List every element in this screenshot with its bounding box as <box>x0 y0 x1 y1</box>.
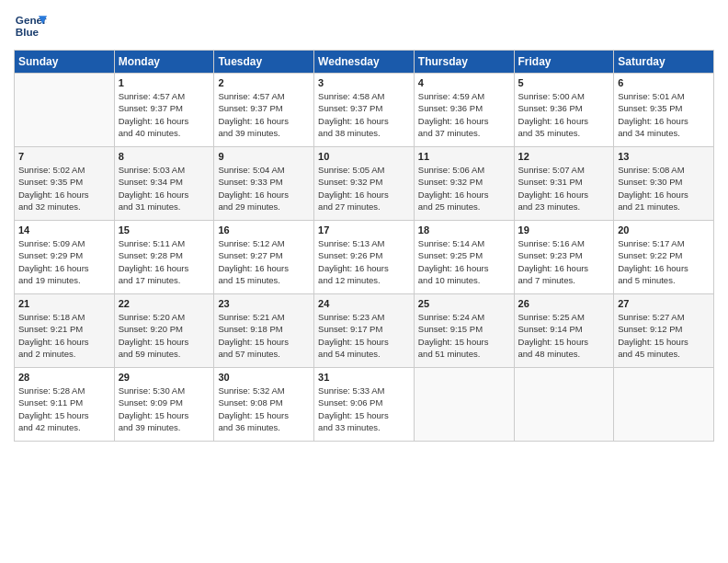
page: General Blue SundayMondayTuesdayWednesda… <box>0 0 728 563</box>
day-number: 2 <box>218 77 310 88</box>
day-cell: 20Sunrise: 5:17 AM Sunset: 9:22 PM Dayli… <box>614 221 714 294</box>
day-info: Sunrise: 5:18 AM Sunset: 9:21 PM Dayligh… <box>18 311 110 360</box>
day-info: Sunrise: 4:58 AM Sunset: 9:37 PM Dayligh… <box>318 90 410 139</box>
day-info: Sunrise: 4:57 AM Sunset: 9:37 PM Dayligh… <box>119 90 210 139</box>
day-cell: 15Sunrise: 5:11 AM Sunset: 9:28 PM Dayli… <box>114 221 214 294</box>
day-info: Sunrise: 5:25 AM Sunset: 9:14 PM Dayligh… <box>518 311 610 360</box>
svg-text:Blue: Blue <box>16 26 40 38</box>
day-number: 16 <box>218 224 310 236</box>
day-number: 31 <box>318 372 410 383</box>
day-info: Sunrise: 5:00 AM Sunset: 9:36 PM Dayligh… <box>518 90 610 139</box>
day-cell: 13Sunrise: 5:08 AM Sunset: 9:30 PM Dayli… <box>614 147 714 221</box>
day-number: 18 <box>418 224 510 236</box>
day-cell: 10Sunrise: 5:05 AM Sunset: 9:32 PM Dayli… <box>314 147 415 221</box>
logo-icon: General Blue <box>14 9 47 42</box>
col-header-tuesday: Tuesday <box>214 51 314 74</box>
day-number: 4 <box>418 77 510 88</box>
day-number: 3 <box>318 77 410 88</box>
day-number: 28 <box>18 372 110 383</box>
day-cell: 24Sunrise: 5:23 AM Sunset: 9:17 PM Dayli… <box>314 294 415 368</box>
week-row-3: 14Sunrise: 5:09 AM Sunset: 9:29 PM Dayli… <box>15 221 714 294</box>
col-header-saturday: Saturday <box>614 51 714 74</box>
day-number: 26 <box>518 298 610 309</box>
week-row-5: 28Sunrise: 5:28 AM Sunset: 9:11 PM Dayli… <box>15 368 714 442</box>
day-info: Sunrise: 5:04 AM Sunset: 9:33 PM Dayligh… <box>218 164 310 213</box>
day-cell: 5Sunrise: 5:00 AM Sunset: 9:36 PM Daylig… <box>514 74 614 147</box>
day-info: Sunrise: 5:03 AM Sunset: 9:34 PM Dayligh… <box>119 164 210 213</box>
col-header-thursday: Thursday <box>414 51 514 74</box>
day-cell: 6Sunrise: 5:01 AM Sunset: 9:35 PM Daylig… <box>614 74 714 147</box>
day-cell: 25Sunrise: 5:24 AM Sunset: 9:15 PM Dayli… <box>414 294 514 368</box>
col-header-wednesday: Wednesday <box>314 51 415 74</box>
day-number: 22 <box>119 298 210 309</box>
day-number: 13 <box>618 151 710 162</box>
day-info: Sunrise: 5:21 AM Sunset: 9:18 PM Dayligh… <box>218 311 310 360</box>
day-number: 11 <box>418 151 510 162</box>
day-info: Sunrise: 5:14 AM Sunset: 9:25 PM Dayligh… <box>418 237 510 286</box>
day-cell: 2Sunrise: 4:57 AM Sunset: 9:37 PM Daylig… <box>214 74 314 147</box>
logo: General Blue <box>14 9 47 42</box>
col-header-monday: Monday <box>114 51 214 74</box>
day-info: Sunrise: 4:59 AM Sunset: 9:36 PM Dayligh… <box>418 90 510 139</box>
col-header-friday: Friday <box>514 51 614 74</box>
day-number: 6 <box>618 77 710 88</box>
day-info: Sunrise: 5:17 AM Sunset: 9:22 PM Dayligh… <box>618 237 710 286</box>
day-cell <box>15 74 115 147</box>
day-number: 15 <box>119 224 210 236</box>
day-info: Sunrise: 5:16 AM Sunset: 9:23 PM Dayligh… <box>518 237 610 286</box>
col-header-sunday: Sunday <box>15 51 115 74</box>
day-info: Sunrise: 5:12 AM Sunset: 9:27 PM Dayligh… <box>218 237 310 286</box>
day-cell: 19Sunrise: 5:16 AM Sunset: 9:23 PM Dayli… <box>514 221 614 294</box>
day-cell: 12Sunrise: 5:07 AM Sunset: 9:31 PM Dayli… <box>514 147 614 221</box>
day-number: 21 <box>18 298 110 309</box>
day-info: Sunrise: 5:32 AM Sunset: 9:08 PM Dayligh… <box>218 385 310 433</box>
day-info: Sunrise: 5:09 AM Sunset: 9:29 PM Dayligh… <box>18 237 110 286</box>
day-number: 12 <box>518 151 610 162</box>
day-info: Sunrise: 5:28 AM Sunset: 9:11 PM Dayligh… <box>18 385 110 433</box>
day-cell: 1Sunrise: 4:57 AM Sunset: 9:37 PM Daylig… <box>114 74 214 147</box>
day-info: Sunrise: 5:02 AM Sunset: 9:35 PM Dayligh… <box>18 164 110 213</box>
day-info: Sunrise: 5:13 AM Sunset: 9:26 PM Dayligh… <box>318 237 410 286</box>
day-number: 17 <box>318 224 410 236</box>
day-cell: 9Sunrise: 5:04 AM Sunset: 9:33 PM Daylig… <box>214 147 314 221</box>
day-cell: 3Sunrise: 4:58 AM Sunset: 9:37 PM Daylig… <box>314 74 415 147</box>
day-cell <box>614 368 714 442</box>
day-number: 20 <box>618 224 710 236</box>
day-info: Sunrise: 5:05 AM Sunset: 9:32 PM Dayligh… <box>318 164 410 213</box>
day-number: 29 <box>119 372 210 383</box>
day-cell: 22Sunrise: 5:20 AM Sunset: 9:20 PM Dayli… <box>114 294 214 368</box>
day-info: Sunrise: 5:23 AM Sunset: 9:17 PM Dayligh… <box>318 311 410 360</box>
day-cell: 16Sunrise: 5:12 AM Sunset: 9:27 PM Dayli… <box>214 221 314 294</box>
day-cell: 28Sunrise: 5:28 AM Sunset: 9:11 PM Dayli… <box>15 368 115 442</box>
day-info: Sunrise: 5:08 AM Sunset: 9:30 PM Dayligh… <box>618 164 710 213</box>
day-info: Sunrise: 5:20 AM Sunset: 9:20 PM Dayligh… <box>119 311 210 360</box>
day-number: 7 <box>18 151 110 162</box>
day-number: 25 <box>418 298 510 309</box>
day-number: 14 <box>18 224 110 236</box>
day-number: 27 <box>618 298 710 309</box>
calendar-table: SundayMondayTuesdayWednesdayThursdayFrid… <box>14 50 714 442</box>
day-info: Sunrise: 5:24 AM Sunset: 9:15 PM Dayligh… <box>418 311 510 360</box>
day-cell: 21Sunrise: 5:18 AM Sunset: 9:21 PM Dayli… <box>15 294 115 368</box>
day-info: Sunrise: 5:11 AM Sunset: 9:28 PM Dayligh… <box>119 237 210 286</box>
day-cell: 17Sunrise: 5:13 AM Sunset: 9:26 PM Dayli… <box>314 221 415 294</box>
header-row: SundayMondayTuesdayWednesdayThursdayFrid… <box>15 51 714 74</box>
day-cell: 23Sunrise: 5:21 AM Sunset: 9:18 PM Dayli… <box>214 294 314 368</box>
day-info: Sunrise: 4:57 AM Sunset: 9:37 PM Dayligh… <box>218 90 310 139</box>
day-cell <box>514 368 614 442</box>
day-number: 23 <box>218 298 310 309</box>
day-cell: 18Sunrise: 5:14 AM Sunset: 9:25 PM Dayli… <box>414 221 514 294</box>
day-cell: 11Sunrise: 5:06 AM Sunset: 9:32 PM Dayli… <box>414 147 514 221</box>
day-number: 19 <box>518 224 610 236</box>
day-info: Sunrise: 5:27 AM Sunset: 9:12 PM Dayligh… <box>618 311 710 360</box>
day-cell: 29Sunrise: 5:30 AM Sunset: 9:09 PM Dayli… <box>114 368 214 442</box>
week-row-2: 7Sunrise: 5:02 AM Sunset: 9:35 PM Daylig… <box>15 147 714 221</box>
day-cell: 30Sunrise: 5:32 AM Sunset: 9:08 PM Dayli… <box>214 368 314 442</box>
day-info: Sunrise: 5:01 AM Sunset: 9:35 PM Dayligh… <box>618 90 710 139</box>
day-cell <box>414 368 514 442</box>
day-cell: 27Sunrise: 5:27 AM Sunset: 9:12 PM Dayli… <box>614 294 714 368</box>
day-info: Sunrise: 5:33 AM Sunset: 9:06 PM Dayligh… <box>318 385 410 433</box>
day-info: Sunrise: 5:07 AM Sunset: 9:31 PM Dayligh… <box>518 164 610 213</box>
header: General Blue <box>14 9 714 42</box>
day-number: 8 <box>119 151 210 162</box>
